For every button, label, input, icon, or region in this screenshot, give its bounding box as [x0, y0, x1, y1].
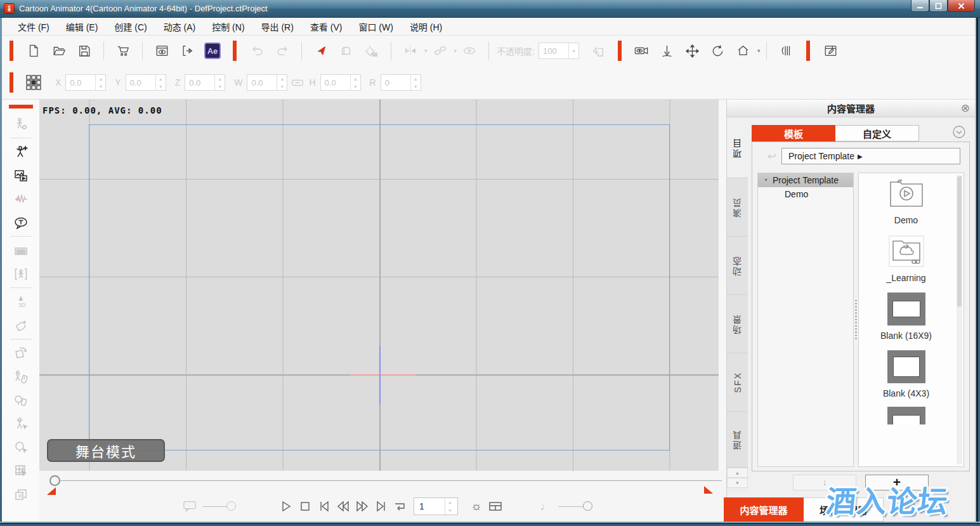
motion-3d-tool[interactable]: 3D: [8, 290, 34, 313]
rotate-tool-button[interactable]: [706, 39, 730, 63]
r-field[interactable]: ▲▼: [381, 74, 421, 91]
create-character-tool[interactable]: [8, 140, 34, 164]
lock-aspect-button[interactable]: [288, 70, 307, 95]
collapse-panel-icon[interactable]: [952, 125, 966, 141]
menu-help[interactable]: 说明 (H): [402, 18, 450, 35]
record-audio-tool[interactable]: [8, 187, 34, 211]
w-spin-up[interactable]: ▲: [277, 75, 287, 82]
select-tool-button[interactable]: [309, 39, 333, 63]
layer-manager-tool[interactable]: [8, 482, 34, 506]
timeline-playhead[interactable]: [49, 475, 60, 486]
tab-template[interactable]: 模板: [752, 125, 835, 141]
undo-button[interactable]: [245, 39, 269, 63]
w-field[interactable]: ▲▼: [247, 74, 287, 91]
frame-spin-down[interactable]: ▼: [445, 506, 455, 515]
go-to-end-button[interactable]: [372, 497, 391, 516]
category-tab-scene[interactable]: 场景: [727, 295, 748, 353]
visibility-button[interactable]: [457, 39, 481, 63]
list-item[interactable]: Demo: [887, 176, 926, 225]
save-project-button[interactable]: [72, 39, 96, 63]
category-tab-actor[interactable]: 演员: [727, 178, 748, 237]
z-spin-up[interactable]: ▲: [215, 75, 225, 82]
back-arrow-icon[interactable]: ↪: [760, 150, 776, 163]
category-tab-prop[interactable]: 道具: [727, 412, 748, 468]
props-library-tool[interactable]: [8, 239, 34, 262]
y-spin-down[interactable]: ▼: [156, 82, 166, 90]
previous-frame-button[interactable]: [334, 497, 353, 516]
menu-edit[interactable]: 编辑 (E): [58, 18, 107, 35]
grid-select-tool[interactable]: [8, 459, 34, 482]
tab-custom[interactable]: 自定义: [835, 125, 919, 141]
body-puppet-tool[interactable]: [8, 412, 34, 435]
flip-dropdown-caret[interactable]: ▾: [424, 48, 428, 54]
fill-color-button[interactable]: [360, 39, 384, 63]
open-project-button[interactable]: [47, 39, 71, 63]
character-animation-tool[interactable]: [8, 365, 34, 388]
y-spin-up[interactable]: ▲: [156, 75, 166, 82]
tab-content-manager[interactable]: 内容管理器: [724, 497, 804, 522]
play-button[interactable]: [277, 497, 296, 516]
subtitle-opacity-slider[interactable]: [203, 506, 231, 507]
camera-dropdown-caret[interactable]: ▾: [757, 48, 761, 54]
subtitle-opacity-icon[interactable]: [180, 497, 199, 516]
copy-button[interactable]: [334, 39, 358, 63]
send-to-stage-button[interactable]: [585, 39, 610, 63]
stop-button[interactable]: [296, 497, 315, 516]
face-animation-tool[interactable]: [8, 388, 34, 412]
render-quality-icon[interactable]: ☼: [467, 499, 486, 513]
x-input[interactable]: [66, 75, 95, 90]
flip-button[interactable]: [398, 39, 422, 63]
menu-animation[interactable]: 动态 (A): [155, 18, 204, 35]
timeline-panel-button[interactable]: [486, 497, 505, 516]
z-spin-down[interactable]: ▼: [215, 82, 225, 90]
y-field[interactable]: ▲▼: [126, 74, 166, 91]
actor-setup-tool[interactable]: [8, 112, 34, 136]
frame-spin-up[interactable]: ▲: [445, 498, 455, 506]
category-tab-project[interactable]: 项目: [727, 117, 748, 178]
pivot-anchor-button[interactable]: [655, 39, 679, 63]
x-field[interactable]: ▲▼: [65, 74, 106, 91]
export-button[interactable]: [175, 39, 199, 63]
breadcrumb[interactable]: Project Template ▶: [781, 148, 960, 164]
link-button[interactable]: [428, 39, 452, 63]
loop-button[interactable]: [391, 497, 410, 516]
z-field[interactable]: ▲▼: [185, 74, 225, 91]
category-tab-sfx[interactable]: SFX: [727, 353, 748, 412]
stage-canvas[interactable]: FPS: 0.00, AVG: 0.00 舞台模式: [39, 100, 719, 471]
tab-scroll-up[interactable]: ▲: [727, 468, 748, 478]
menu-export[interactable]: 导出 (R): [253, 18, 302, 35]
w-input[interactable]: [247, 75, 277, 90]
gizmo-3d-tool[interactable]: [8, 313, 34, 337]
menu-window[interactable]: 窗口 (W): [350, 18, 401, 35]
tree-node-project-template[interactable]: ▼ Project Template: [758, 173, 853, 187]
next-frame-button[interactable]: [353, 497, 372, 516]
menu-control[interactable]: 控制 (N): [204, 18, 252, 35]
minimize-button[interactable]: [911, 0, 929, 12]
list-item[interactable]: Blank (16X9): [880, 291, 932, 341]
edit-content-button[interactable]: [818, 39, 842, 63]
h-field[interactable]: ▲▼: [320, 74, 361, 91]
face-puppet-tool[interactable]: [8, 435, 34, 459]
list-scrollbar[interactable]: [957, 175, 962, 464]
tree-list-splitter[interactable]: [854, 173, 858, 467]
content-store-button[interactable]: [111, 39, 135, 63]
list-item-partial[interactable]: [887, 407, 926, 424]
tree-expander-icon[interactable]: ▼: [764, 178, 768, 183]
move-tool-button[interactable]: [681, 39, 705, 63]
panel-close-icon[interactable]: ⊗: [961, 102, 970, 115]
maximize-button[interactable]: [929, 0, 948, 12]
menu-file[interactable]: 文件 (F): [10, 18, 58, 35]
audio-level-button[interactable]: [774, 39, 798, 63]
frame-number-field[interactable]: ▲▼: [414, 497, 458, 515]
list-item[interactable]: Blank (4X3): [883, 349, 929, 398]
r-spin-down[interactable]: ▼: [411, 82, 421, 90]
opacity-input[interactable]: [539, 43, 568, 58]
h-spin-down[interactable]: ▼: [351, 82, 360, 90]
h-input[interactable]: [321, 75, 350, 90]
w-spin-down[interactable]: ▼: [277, 82, 287, 90]
menu-view[interactable]: 查看 (V): [302, 18, 351, 35]
h-spin-up[interactable]: ▲: [351, 75, 360, 82]
category-tab-animation[interactable]: 动态: [727, 237, 748, 295]
reset-camera-button[interactable]: [731, 39, 755, 63]
go-to-start-button[interactable]: [315, 497, 334, 516]
